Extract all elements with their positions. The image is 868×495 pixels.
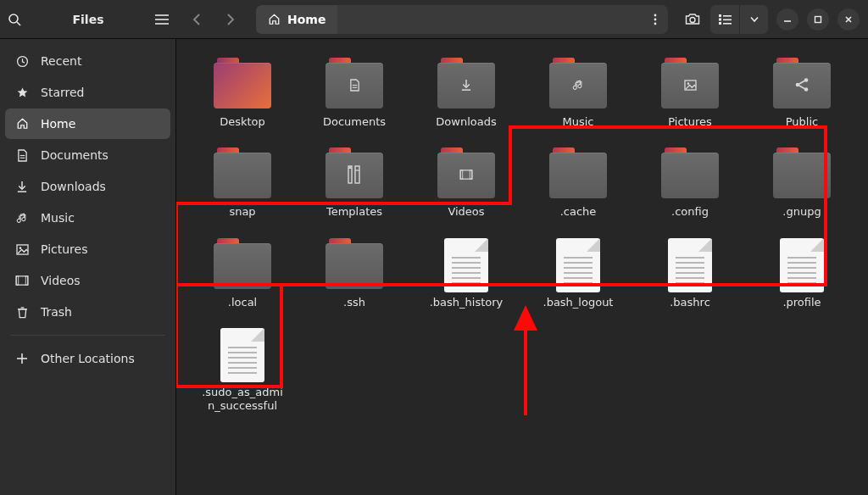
grid-item[interactable]: .config: [648, 147, 732, 219]
grid-item-label: .sudo_as_admin_successful: [200, 386, 285, 414]
camera-icon: [685, 13, 700, 25]
sidebar-item-pictures[interactable]: Pictures: [5, 234, 170, 264]
svg-point-8: [690, 18, 695, 23]
grid-item[interactable]: Music: [536, 58, 620, 129]
grid-item[interactable]: .sudo_as_admin_successful: [200, 328, 285, 414]
app-title: Files: [29, 13, 147, 26]
grid-item[interactable]: .gnupg: [760, 147, 844, 219]
sidebar-item-recent[interactable]: Recent: [5, 46, 170, 76]
text-file-icon: [444, 238, 488, 292]
grid-item[interactable]: .bashrc: [648, 238, 732, 309]
svg-point-7: [654, 22, 657, 25]
svg-point-0: [9, 14, 18, 23]
grid-item-label: .bashrc: [670, 296, 710, 309]
close-icon: [843, 14, 854, 25]
folder-icon: [214, 61, 271, 108]
sidebar-item-label: Music: [41, 211, 75, 225]
grid-item[interactable]: .local: [200, 238, 285, 309]
sidebar-item-label: Trash: [41, 305, 72, 319]
grid-item[interactable]: .bash_history: [424, 238, 509, 309]
svg-point-25: [19, 247, 21, 249]
grid-item[interactable]: snap: [200, 147, 285, 219]
grid-item-label: Videos: [448, 205, 484, 219]
camera-button[interactable]: [678, 5, 707, 34]
music-icon: [15, 212, 29, 225]
grid-item-label: .ssh: [343, 296, 365, 309]
back-button[interactable]: [183, 5, 212, 34]
chevron-left-icon: [192, 14, 203, 25]
breadcrumb-home-label: Home: [287, 13, 326, 26]
grid-item[interactable]: Templates: [312, 147, 397, 219]
maximize-icon: [813, 14, 823, 25]
sidebar-item-label: Starred: [41, 86, 84, 99]
window-maximize-button[interactable]: [807, 8, 829, 31]
sidebar-item-other-locations[interactable]: Other Locations: [5, 343, 170, 374]
grid-item[interactable]: Downloads: [424, 58, 509, 129]
grid-item-label: .profile: [782, 296, 821, 309]
path-menu-button[interactable]: [643, 5, 668, 34]
sidebar-item-downloads[interactable]: Downloads: [5, 171, 170, 202]
svg-rect-48: [460, 170, 472, 179]
svg-line-42: [799, 81, 804, 85]
folder-icon: [326, 151, 383, 198]
grid-item[interactable]: .cache: [536, 147, 620, 219]
star-icon: [15, 86, 29, 99]
svg-point-38: [687, 82, 689, 85]
svg-rect-16: [815, 16, 821, 22]
view-list-button[interactable]: [710, 5, 739, 34]
folder-icon: [549, 61, 607, 108]
grid-item-label: .cache: [560, 205, 597, 219]
minimize-icon: [782, 14, 793, 25]
grid-item[interactable]: Videos: [424, 147, 509, 219]
svg-rect-50: [470, 170, 472, 179]
grid-item[interactable]: .bash_logout: [536, 238, 620, 309]
window-body: RecentStarredHomeDocumentsDownloadsMusic…: [0, 39, 868, 495]
text-file-icon: [780, 238, 824, 292]
forward-button[interactable]: [215, 5, 244, 34]
sidebar-item-videos[interactable]: Videos: [5, 265, 170, 296]
path-pill[interactable]: Home: [256, 5, 668, 34]
folder-icon: [773, 151, 831, 198]
plus-icon: [15, 353, 29, 364]
grid-item-label: Music: [563, 115, 594, 129]
clock-icon: [15, 55, 29, 68]
sidebar-item-music[interactable]: Music: [5, 203, 170, 233]
grid-item[interactable]: Documents: [312, 58, 397, 129]
sidebar-item-home[interactable]: Home: [5, 108, 170, 139]
grid-item[interactable]: .ssh: [312, 238, 397, 309]
svg-rect-13: [719, 22, 721, 25]
view-controls: [710, 5, 768, 34]
svg-point-41: [804, 87, 809, 92]
sidebar-item-trash[interactable]: Trash: [5, 297, 170, 327]
svg-rect-28: [25, 276, 28, 285]
folder-icon: [437, 151, 495, 198]
grid-item[interactable]: Desktop: [200, 58, 285, 129]
grid-item-label: Templates: [326, 205, 382, 219]
home-icon: [268, 14, 281, 25]
folder-icon: [437, 61, 495, 108]
search-button[interactable]: [0, 5, 29, 34]
svg-rect-26: [16, 276, 28, 285]
grid-item-label: Desktop: [220, 115, 265, 129]
window-minimize-button[interactable]: [776, 8, 798, 31]
svg-point-6: [654, 18, 657, 20]
folder-icon: [661, 61, 719, 108]
view-dropdown-button[interactable]: [739, 5, 768, 34]
grid-item-label: Pictures: [668, 115, 711, 129]
grid-item[interactable]: Pictures: [648, 58, 732, 129]
breadcrumb-home[interactable]: Home: [256, 5, 337, 34]
folder-icon: [326, 61, 383, 108]
grid-item[interactable]: .profile: [760, 238, 844, 309]
svg-point-5: [654, 14, 657, 16]
search-icon: [8, 13, 21, 26]
sidebar-item-label: Recent: [41, 54, 81, 68]
sidebar-item-label: Home: [41, 117, 75, 131]
sidebar-item-starred[interactable]: Starred: [5, 77, 170, 108]
grid-item[interactable]: Public: [760, 58, 844, 129]
file-grid[interactable]: DesktopDocumentsDownloadsMusicPicturesPu…: [176, 39, 868, 495]
svg-rect-46: [355, 166, 359, 183]
window-close-button[interactable]: [837, 8, 860, 31]
sidebar-menu-button[interactable]: [147, 5, 176, 34]
sidebar-item-documents[interactable]: Documents: [5, 140, 170, 170]
sidebar-item-label: Documents: [41, 148, 108, 162]
